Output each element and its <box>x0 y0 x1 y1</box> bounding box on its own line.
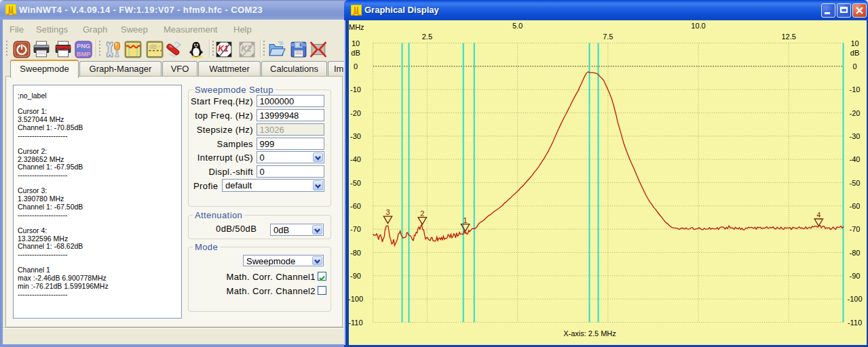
svg-text:-110: -110 <box>848 319 862 327</box>
svg-text:-80: -80 <box>850 249 861 257</box>
svg-text:4: 4 <box>816 211 820 219</box>
svg-text:BMP: BMP <box>76 51 90 58</box>
svg-text:-50: -50 <box>350 179 361 187</box>
svg-text:K2: K2 <box>241 44 252 54</box>
svg-text:1: 1 <box>464 216 468 224</box>
svg-text:2: 2 <box>420 209 424 218</box>
svg-text:5.0: 5.0 <box>512 22 523 30</box>
svg-text:-10: -10 <box>350 85 361 94</box>
svg-text:-20: -20 <box>350 109 361 117</box>
svg-text:dB: dB <box>850 49 859 57</box>
svg-text:-50: -50 <box>850 179 861 187</box>
svg-text:dB: dB <box>149 43 157 50</box>
svg-text:-40: -40 <box>850 155 861 163</box>
svg-text:-110: -110 <box>348 319 362 327</box>
svg-text:-60: -60 <box>350 202 361 210</box>
svg-text:-10: -10 <box>850 85 861 94</box>
svg-text:-30: -30 <box>850 132 861 140</box>
svg-text:-30: -30 <box>350 132 361 140</box>
svg-text:X-axis: 2.5 MHz: X-axis: 2.5 MHz <box>563 329 616 338</box>
svg-text:10: 10 <box>352 39 360 47</box>
svg-text:2.5: 2.5 <box>422 33 432 41</box>
svg-text:-70: -70 <box>850 225 861 233</box>
svg-text:K1: K1 <box>218 44 228 54</box>
svg-text:10: 10 <box>850 39 858 47</box>
svg-text:-100: -100 <box>847 295 862 303</box>
svg-text:-100: -100 <box>348 295 363 303</box>
svg-text:-90: -90 <box>850 272 861 280</box>
svg-text:-20: -20 <box>850 109 861 117</box>
svg-text:0: 0 <box>354 62 358 70</box>
svg-text:7.5: 7.5 <box>603 33 613 41</box>
svg-text:-90: -90 <box>350 272 361 280</box>
svg-text:-60: -60 <box>850 202 861 210</box>
svg-text:0: 0 <box>852 62 856 70</box>
svg-text:-40: -40 <box>350 155 361 163</box>
svg-text:12.5: 12.5 <box>781 33 795 41</box>
svg-text:3: 3 <box>385 208 390 216</box>
svg-text:PNG: PNG <box>77 43 90 49</box>
svg-text:10.0: 10.0 <box>691 22 705 30</box>
svg-text:-70: -70 <box>350 225 361 233</box>
svg-text:MHz: MHz <box>349 23 364 31</box>
svg-text:-80: -80 <box>350 249 361 257</box>
svg-text:dB: dB <box>351 49 360 57</box>
